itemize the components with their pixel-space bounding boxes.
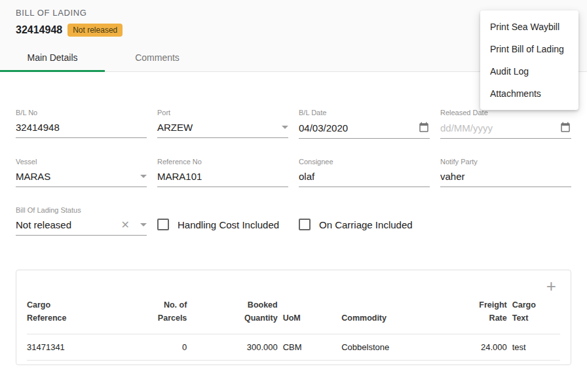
on-carriage-checkbox[interactable]: On Carriage Included — [299, 219, 430, 236]
bl-status-select[interactable]: Not released ✕ — [16, 219, 147, 236]
actions-menu: Print Sea Waybill Print Bill of Lading A… — [480, 10, 578, 110]
handling-cost-checkbox[interactable]: Handling Cost Included — [157, 219, 288, 236]
tab-comments-label: Comments — [135, 52, 180, 63]
clear-icon[interactable]: ✕ — [121, 220, 130, 230]
port-field: Port ARZEW — [157, 109, 288, 139]
bl-status-field: Bill Of Lading Status Not released ✕ — [16, 206, 147, 236]
menu-item-print-bill-of-lading[interactable]: Print Bill of Lading — [480, 38, 578, 60]
bl-no-label: B/L No — [16, 109, 147, 116]
form-row-1: B/L No Port ARZEW B/L Date — [16, 109, 571, 139]
col-header-uom: UoM — [283, 293, 342, 334]
col-header-cargo-text: CargoText — [512, 293, 560, 334]
cell-no-of-parcels: 0 — [139, 334, 192, 361]
vessel-field: Vessel MARAS — [16, 158, 147, 187]
consignee-input[interactable] — [299, 171, 430, 182]
notify-party-label: Notify Party — [440, 158, 571, 166]
vessel-select[interactable]: MARAS — [16, 171, 147, 187]
calendar-icon[interactable] — [559, 122, 571, 134]
port-label: Port — [157, 109, 288, 116]
col-header-no-of-parcels: No. ofParcels — [139, 293, 192, 334]
chevron-down-icon — [282, 126, 288, 129]
cell-freight-rate: 24.000 — [448, 334, 512, 361]
on-carriage-label: On Carriage Included — [319, 219, 413, 230]
port-select[interactable]: ARZEW — [157, 122, 288, 138]
cargo-table-header-row: CargoReference No. ofParcels BookedQuant… — [27, 293, 560, 334]
chevron-down-icon — [140, 175, 147, 178]
cell-uom: CBM — [283, 334, 342, 361]
col-header-cargo-reference: CargoReference — [27, 293, 139, 334]
cargo-card-toolbar: + — [27, 270, 560, 293]
checkbox-unchecked-icon — [157, 219, 169, 230]
cell-commodity: Cobbelstone — [341, 334, 448, 361]
notify-party-field: Notify Party — [440, 158, 571, 187]
handling-cost-label: Handling Cost Included — [178, 219, 279, 230]
bl-no-field: B/L No — [16, 109, 147, 139]
port-value: ARZEW — [157, 122, 278, 133]
vessel-label: Vessel — [16, 158, 147, 166]
menu-item-attachments[interactable]: Attachments — [480, 82, 578, 105]
tab-main-details-label: Main Details — [27, 52, 77, 63]
bl-status-label: Bill Of Lading Status — [16, 206, 147, 214]
released-date-input[interactable] — [440, 122, 559, 134]
bl-status-value: Not released — [16, 219, 121, 230]
document-number: 32414948 — [16, 24, 62, 36]
chevron-down-icon — [140, 223, 147, 226]
add-cargo-button[interactable]: + — [546, 279, 556, 293]
cell-cargo-text: test — [512, 334, 560, 361]
bl-date-input[interactable] — [299, 122, 418, 134]
notify-party-input[interactable] — [440, 171, 571, 182]
bill-of-lading-page: BILL OF LADING 32414948 Not released Mai… — [0, 0, 587, 392]
form-row-3: Bill Of Lading Status Not released ✕ Han… — [16, 206, 571, 236]
status-badge: Not released — [67, 24, 123, 37]
bl-date-label: B/L Date — [299, 109, 430, 116]
reference-no-input[interactable] — [157, 171, 288, 182]
calendar-icon[interactable] — [418, 122, 430, 134]
vessel-value: MARAS — [16, 171, 136, 182]
cargo-table: CargoReference No. ofParcels BookedQuant… — [27, 293, 560, 361]
tab-main-details[interactable]: Main Details — [0, 43, 105, 71]
main-content: B/L No Port ARZEW B/L Date — [0, 109, 587, 236]
col-header-freight-rate: FreightRate — [448, 293, 512, 334]
cell-cargo-reference: 31471341 — [27, 334, 139, 361]
menu-item-print-sea-waybill[interactable]: Print Sea Waybill — [480, 16, 578, 38]
checkbox-unchecked-icon — [299, 219, 311, 230]
consignee-field: Consignee — [299, 158, 430, 187]
menu-item-audit-log[interactable]: Audit Log — [480, 60, 578, 82]
released-date-field: Released Date — [440, 109, 571, 139]
tab-comments[interactable]: Comments — [105, 43, 210, 71]
col-header-booked-quantity: BookedQuantity — [192, 293, 282, 334]
cell-booked-quantity: 300.000 — [192, 334, 282, 361]
bl-date-field: B/L Date — [299, 109, 430, 139]
cargo-card: + CargoReference No. ofParcels BookedQua… — [16, 270, 571, 365]
reference-no-field: Reference No — [157, 158, 288, 187]
table-row[interactable]: 31471341 0 300.000 CBM Cobbelstone 24.00… — [27, 334, 560, 361]
consignee-label: Consignee — [299, 158, 430, 166]
bl-no-input[interactable] — [16, 122, 147, 133]
reference-no-label: Reference No — [157, 158, 288, 166]
col-header-commodity: Commodity — [341, 293, 448, 334]
form-row-2: Vessel MARAS Reference No Consignee N — [16, 158, 571, 187]
active-tab-indicator — [0, 70, 105, 72]
